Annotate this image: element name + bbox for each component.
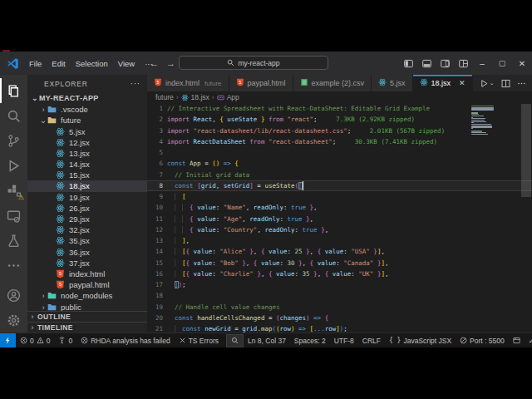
minimize-button[interactable]: – (472, 52, 492, 75)
explorer-more-actions-icon[interactable]: ··· (131, 79, 140, 88)
tree-file-index.html[interactable]: 5index.html (27, 268, 147, 279)
tree-folder-public[interactable]: ›public (27, 301, 147, 311)
line-text: ]); (167, 279, 186, 290)
code-line-13[interactable]: 13 ], (147, 235, 532, 246)
settings-icon[interactable] (0, 308, 27, 332)
breadcrumb-item-future[interactable]: future (155, 93, 174, 101)
status-language-mode[interactable]: { }JavaScript JSX (385, 333, 456, 347)
command-center-search[interactable]: my-react-app (179, 56, 328, 70)
code-line-20[interactable]: 20 const handleCellsChanged = (changes) … (147, 313, 532, 323)
status-ts-errors[interactable]: TS Errors (175, 333, 223, 347)
status-cursor-position[interactable]: Ln 8, Col 37 (244, 333, 290, 347)
status-problems[interactable]: 00 (16, 333, 54, 347)
code-line-9[interactable]: 9 [ (147, 191, 532, 202)
breadcrumb-item-app[interactable]: App (217, 93, 239, 101)
remote-explorer-icon[interactable] (0, 203, 27, 228)
code-line-15[interactable]: 15 [{ value: "Bob" }, { value: 30 }, { v… (147, 258, 532, 268)
breadcrumb-item-18.jsx[interactable]: 18.jsx (181, 93, 209, 101)
tree-item-label: 15.jsx (69, 170, 90, 180)
tree-folder-node_modules[interactable]: ›node_modules (27, 290, 147, 301)
section-timeline[interactable]: ›TIMELINE (27, 322, 147, 332)
close-icon (179, 337, 186, 344)
editor-more-actions-icon[interactable] (517, 79, 526, 88)
code-editor[interactable]: 1// Interactive Spreadsheet with React-D… (147, 103, 532, 332)
run-debug-icon[interactable] (0, 153, 27, 178)
code-line-17[interactable]: 17 ]); (147, 279, 532, 290)
toggle-sidebar-icon[interactable] (399, 52, 417, 75)
tree-file-14.jsx[interactable]: 14.jsx (27, 159, 147, 170)
status-prettier[interactable]: ✓✓Prettier (525, 333, 532, 347)
status-forwarded-ports[interactable]: 0 (54, 333, 76, 347)
tree-folder-my-react-app[interactable]: ⌄MY-REACT-APP (27, 93, 147, 104)
run-file-icon[interactable]: ⌄ (480, 79, 495, 88)
tree-file-18.jsx[interactable]: 18.jsx (27, 180, 147, 191)
code-line-21[interactable]: 21 const newGrid = grid.map((row) => [..… (147, 323, 532, 332)
code-line-10[interactable]: 10 { value: "Name", readOnly: true }, (147, 202, 532, 213)
tab-example-2-.csv[interactable]: example (2).csv (293, 75, 372, 91)
code-line-11[interactable]: 11 { value: "Age", readOnly: true }, (147, 214, 532, 224)
menu-view[interactable]: View (113, 57, 140, 70)
tab-paypal.html[interactable]: 5paypal.html (229, 75, 293, 91)
code-line-14[interactable]: 14 [{ value: "Alice" }, { value: 25 }, {… (147, 246, 532, 257)
status-encoding[interactable]: UTF-8 (330, 333, 358, 347)
tree-file-paypal.html[interactable]: 5paypal.html (27, 279, 147, 290)
menu-selection[interactable]: Selection (71, 57, 113, 70)
editor-scrollbar[interactable] (521, 104, 531, 197)
tree-file-29.jsx[interactable]: 29.jsx (27, 214, 147, 224)
tree-file-15.jsx[interactable]: 15.jsx (27, 170, 147, 180)
source-control-icon[interactable] (0, 128, 27, 153)
tree-file-5.jsx[interactable]: 5.jsx (27, 126, 147, 136)
code-line-5[interactable]: 5 (147, 147, 532, 158)
extensions-icon[interactable]: ⚠ (0, 178, 27, 203)
status-live-server-port[interactable]: Port : 5500 (456, 333, 509, 347)
tree-file-35.jsx[interactable]: 35.jsx (27, 235, 147, 246)
toggle-secondary-sidebar-icon[interactable] (436, 52, 454, 75)
status-remote-indicator[interactable] (0, 333, 16, 347)
maximize-button[interactable]: ▢ (492, 52, 512, 75)
explorer-icon[interactable] (0, 78, 27, 103)
code-line-12[interactable]: 12 { value: "Country", readOnly: true }, (147, 224, 532, 235)
nav-forward-icon[interactable]: → (166, 58, 175, 68)
nav-back-icon[interactable]: ← (150, 58, 159, 68)
code-line-7[interactable]: 7 // Initial grid data (147, 170, 532, 180)
close-window-button[interactable]: ✕ (512, 52, 532, 75)
tree-folder-future[interactable]: ⌄future (27, 115, 147, 126)
tab-close-icon[interactable]: ✕ (459, 79, 466, 87)
tree-file-32.jsx[interactable]: 32.jsx (27, 224, 147, 235)
testing-icon[interactable] (0, 228, 27, 253)
status-eol[interactable]: CRLF (358, 333, 385, 347)
more-views-icon[interactable] (0, 253, 27, 278)
code-line-8[interactable]: 8 const [grid, setGrid] = useState([ (147, 180, 532, 191)
tree-file-12.jsx[interactable]: 12.jsx (27, 137, 147, 148)
code-line-18[interactable]: 18 (147, 290, 532, 301)
section-outline[interactable]: ›OUTLINE (27, 311, 147, 322)
status-search-marketplace[interactable] (226, 334, 244, 347)
tree-file-36.jsx[interactable]: 36.jsx (27, 246, 147, 257)
minimap[interactable] (471, 106, 494, 135)
status-rhda[interactable]: RHDA analysis has failed (76, 333, 174, 347)
toggle-panel-icon[interactable] (417, 52, 436, 75)
status-browser-preview[interactable] (509, 333, 525, 347)
tree-file-19.jsx[interactable]: 19.jsx (27, 192, 147, 203)
account-icon[interactable] (0, 283, 27, 308)
code-line-16[interactable]: 16 [{ value: "Charlie" }, { value: 35 },… (147, 268, 532, 279)
code-line-4[interactable]: 4import ReactDataSheet from "react-datas… (147, 136, 532, 147)
tab-5.jsx[interactable]: 5.jsx (372, 75, 413, 91)
menu-file[interactable]: File (24, 57, 47, 70)
code-line-6[interactable]: 6const App = () => { (147, 158, 532, 169)
chevron-right-icon: › (39, 303, 47, 311)
tab-index.html[interactable]: 5index.htmlfuture (147, 75, 229, 91)
tree-file-13.jsx[interactable]: 13.jsx (27, 148, 147, 159)
menu-edit[interactable]: Edit (47, 57, 70, 70)
code-line-19[interactable]: 19 // Handle cell value changes (147, 302, 532, 313)
tree-folder-.vscode[interactable]: ›.vscode (27, 104, 147, 115)
tree-file-37.jsx[interactable]: 37.jsx (27, 258, 147, 268)
status-indentation[interactable]: Spaces: 2 (290, 333, 330, 347)
search-icon[interactable] (0, 103, 27, 128)
tree-item-label: MY-REACT-APP (39, 94, 99, 102)
tree-file-26.jsx[interactable]: 26.jsx (27, 203, 147, 214)
split-editor-icon[interactable] (501, 79, 510, 88)
tab-18.jsx[interactable]: 18.jsx✕ (413, 75, 473, 91)
tree-item-label: paypal.html (69, 280, 110, 289)
customize-layout-icon[interactable] (454, 52, 472, 75)
